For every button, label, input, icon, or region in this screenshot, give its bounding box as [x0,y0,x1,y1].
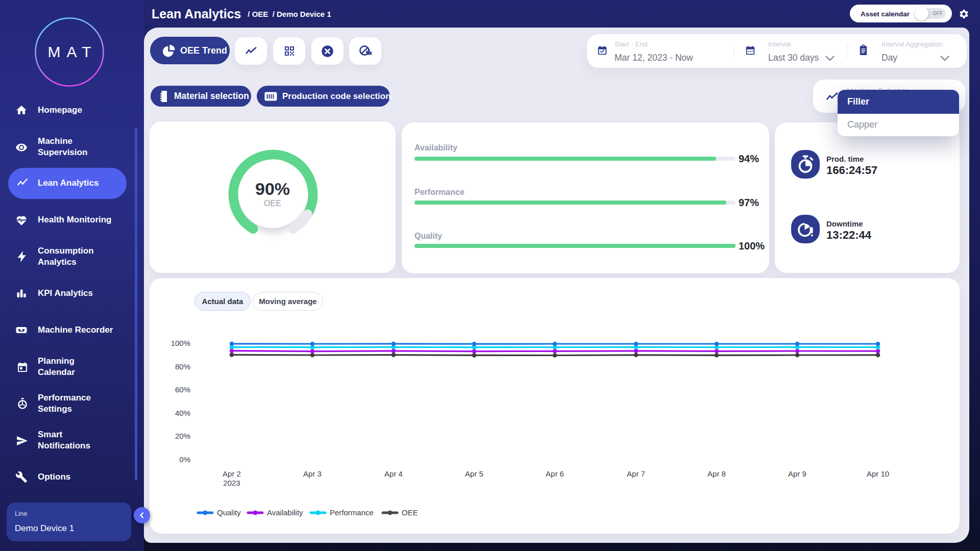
svg-text:Apr 9: Apr 9 [788,469,806,478]
svg-text:100%: 100% [171,339,190,347]
svg-text:80%: 80% [175,362,190,371]
svg-text:Apr 2: Apr 2 [223,469,241,478]
svg-text:OEE: OEE [402,508,418,517]
svg-text:Availability: Availability [267,508,303,517]
svg-text:40%: 40% [175,409,190,417]
svg-text:Apr 3: Apr 3 [303,469,322,478]
svg-text:20%: 20% [175,432,190,440]
svg-text:2023: 2023 [223,479,240,487]
svg-text:Apr 10: Apr 10 [867,469,889,478]
svg-text:0%: 0% [179,455,190,464]
svg-text:Apr 5: Apr 5 [465,469,483,478]
svg-text:Apr 4: Apr 4 [384,469,403,478]
svg-text:60%: 60% [175,385,190,394]
svg-text:Apr 6: Apr 6 [546,469,564,478]
svg-text:Apr 8: Apr 8 [707,469,726,478]
svg-text:Apr 7: Apr 7 [627,469,645,478]
svg-text:Performance: Performance [330,508,374,517]
svg-text:Quality: Quality [217,508,241,517]
